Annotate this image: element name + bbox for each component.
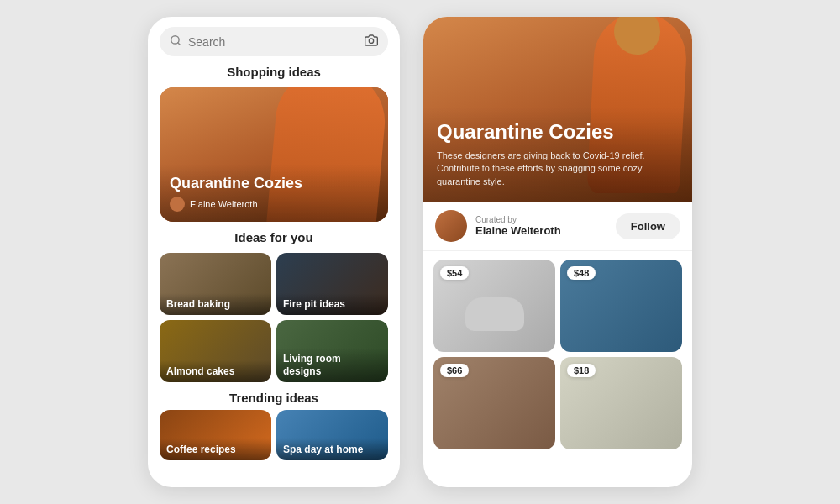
idea-card-livingroom[interactable]: Living room designs (276, 320, 388, 382)
price-slippers: $54 (440, 266, 469, 280)
left-phone: Shopping ideas Quarantine Cozies Elaine … (148, 17, 400, 487)
trending-card-coffee[interactable]: Coffee recipes (160, 410, 271, 460)
idea-label-firepit: Fire pit ideas (276, 293, 388, 315)
price-leggings: $48 (567, 266, 596, 280)
trending-section-title: Trending ideas (148, 391, 400, 405)
idea-label-livingroom: Living room designs (276, 348, 388, 382)
svg-line-1 (178, 43, 181, 45)
right-hero-desc: These designers are giving back to Covid… (437, 150, 679, 188)
trending-card-spa[interactable]: Spa day at home (276, 410, 388, 460)
follow-button[interactable]: Follow (616, 213, 680, 239)
search-icon (170, 34, 181, 49)
trending-label-coffee: Coffee recipes (160, 438, 271, 460)
idea-label-almond: Almond cakes (160, 360, 271, 382)
idea-card-almond[interactable]: Almond cakes (160, 320, 271, 382)
idea-label-bread: Bread baking (160, 293, 271, 315)
curator-name: Elaine Welteroth (475, 224, 616, 237)
right-hero-title: Quarantine Cozies (437, 120, 679, 144)
trending-grid: Coffee recipes Spa day at home (160, 410, 388, 460)
curator-avatar (435, 210, 467, 242)
product-grid: $54 $48 $66 $18 (423, 251, 692, 458)
trending-label-spa: Spa day at home (276, 438, 388, 460)
camera-icon[interactable] (365, 34, 378, 50)
svg-point-2 (369, 39, 373, 43)
right-hero: Quarantine Cozies These designers are gi… (423, 17, 692, 202)
product-card-leggings[interactable]: $48 (560, 260, 682, 352)
curator-info: Curated by Elaine Welteroth (475, 215, 616, 237)
product-card-socks[interactable]: $18 (560, 357, 682, 449)
hero-card[interactable]: Quarantine Cozies Elaine Welteroth (160, 87, 388, 222)
idea-card-bread[interactable]: Bread baking (160, 253, 271, 315)
curator-by-label: Curated by (475, 215, 616, 224)
product-card-hoodie[interactable]: $66 (433, 357, 555, 449)
idea-card-firepit[interactable]: Fire pit ideas (276, 253, 388, 315)
ideas-grid: Bread baking Fire pit ideas Almond cakes… (160, 253, 388, 382)
price-socks: $18 (567, 364, 596, 377)
ideas-section-title: Ideas for you (148, 230, 400, 244)
hero-title: Quarantine Cozies (170, 175, 378, 193)
product-card-slippers[interactable]: $54 (433, 260, 555, 352)
price-hoodie: $66 (440, 364, 469, 377)
search-bar[interactable] (160, 27, 388, 56)
author-name: Elaine Welteroth (190, 199, 258, 209)
search-input[interactable] (188, 35, 358, 49)
right-phone: Quarantine Cozies These designers are gi… (423, 17, 692, 487)
author-avatar-small (170, 197, 185, 212)
curator-row: Curated by Elaine Welteroth Follow (423, 202, 692, 251)
shopping-section-title: Shopping ideas (148, 65, 400, 79)
